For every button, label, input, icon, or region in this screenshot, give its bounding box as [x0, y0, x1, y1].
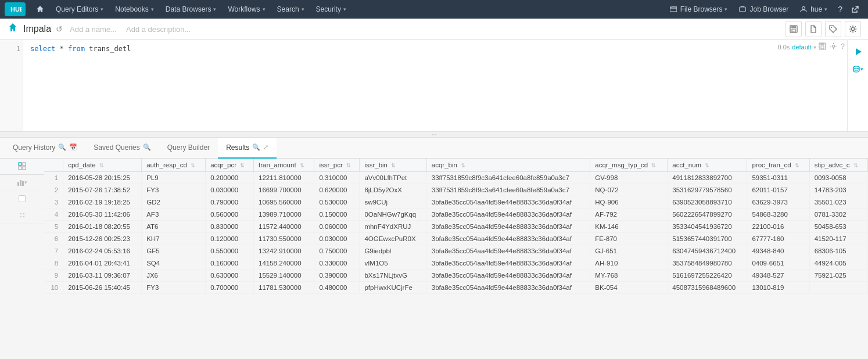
nav-workflows[interactable]: Workflows ▾: [222, 0, 271, 19]
line-number: 1: [5, 45, 20, 53]
nav-home[interactable]: [30, 0, 50, 19]
col-header-acct_num[interactable]: acct_num ⇅: [668, 159, 747, 172]
cell-proc_tran_cd: 67777-160: [747, 232, 809, 245]
nav-file-browsers-chevron: ▾: [724, 6, 727, 12]
svg-point-4: [802, 7, 805, 10]
row-ctrl-checkbox[interactable]: [0, 191, 44, 207]
cell-cpd_date: 2015-06-26 15:40:45: [63, 281, 142, 293]
tab-query-history[interactable]: Query History 🔍 📅: [5, 138, 85, 159]
select-all-checkbox[interactable]: [19, 195, 26, 202]
cell-acqr_msg_typ_cd: MY-768: [590, 269, 668, 281]
row-controls-header: [0, 159, 44, 175]
cell-acqr_bin: 3bfa8e35cc054aa4fd59e44e88833c36da0f34af: [426, 281, 590, 293]
query-db[interactable]: default: [792, 44, 811, 51]
app-logo[interactable]: HUE: [5, 2, 26, 16]
save-button[interactable]: [785, 21, 802, 37]
cell-acqr_bin: 33ff7531859c8f9c3a641cfee60a8fe859a0a3c7: [426, 184, 590, 196]
cell-issr_pcr: 0.150000: [314, 208, 360, 220]
settings-button[interactable]: [845, 21, 861, 37]
col-header-issr_bin[interactable]: issr_bin ⇅: [360, 159, 426, 172]
cell-stip_advc_c: 75921-025: [809, 269, 867, 281]
cell-acqr_msg_typ_cd: NQ-072: [590, 184, 668, 196]
col-header-stip_advc_c[interactable]: stip_advc_c ⇅: [809, 159, 867, 172]
name-field[interactable]: Add a name...: [70, 25, 117, 34]
nav-data-browsers[interactable]: Data Browsers ▾: [160, 0, 223, 19]
editor-help-icon[interactable]: ?: [841, 42, 845, 52]
cell-stip_advc_c: 44924-005: [809, 257, 867, 269]
table-row: 10 2015-06-26 15:40:45 FY3 0.700000 1178…: [44, 281, 868, 293]
cell-acqr_pcr: 0.630000: [206, 269, 254, 281]
svg-rect-11: [820, 43, 824, 45]
cell-auth_resp_cd: GD2: [142, 196, 206, 208]
cell-tran_amount: 12211.810000: [254, 171, 314, 184]
keyword-from: from: [68, 45, 85, 53]
tab-saved-queries[interactable]: Saved Queries 🔍: [85, 138, 159, 159]
cell-tran_amount: 11781.530000: [254, 281, 314, 293]
new-file-button[interactable]: [805, 21, 822, 37]
cell-cpd_date: 2016-03-11 09:36:07: [63, 269, 142, 281]
cell-stip_advc_c: 41520-117: [809, 232, 867, 245]
nav-help-button[interactable]: ?: [833, 0, 847, 19]
cell-acct_num: 6390523058893710: [668, 196, 747, 208]
cell-rownum: 7: [44, 245, 63, 257]
nav-hue-chevron: ▾: [824, 6, 827, 12]
tab-results[interactable]: Results 🔍 ⤢: [218, 138, 277, 159]
tag-button[interactable]: [825, 21, 841, 37]
col-header-auth_resp_cd[interactable]: auth_resp_cd ⇅: [142, 159, 206, 172]
cell-tran_amount: 10695.560000: [254, 196, 314, 208]
col-header-cpd_date[interactable]: cpd_date ⇅: [63, 159, 142, 172]
col-header-acqr_msg_typ_cd[interactable]: acqr_msg_typ_cd ⇅: [590, 159, 668, 172]
tab-query-builder[interactable]: Query Builder: [159, 138, 218, 159]
nav-query-editors[interactable]: Query Editors ▾: [50, 0, 109, 19]
cell-tran_amount: 13242.910000: [254, 245, 314, 257]
table-scroll-area[interactable]: cpd_date ⇅ auth_resp_cd ⇅ acqr_pcr ⇅ tra…: [44, 159, 868, 294]
undo-button[interactable]: ↺: [56, 24, 63, 34]
cell-proc_tran_cd: 59351-0311: [747, 171, 809, 184]
cell-acqr_pcr: 0.830000: [206, 220, 254, 232]
cell-acqr_bin: 33ff7531859c8f9c3a641cfee60a8fe859a0a3c7: [426, 171, 590, 184]
cell-auth_resp_cd: SQ4: [142, 257, 206, 269]
nav-hue-user[interactable]: hue ▾: [794, 0, 833, 19]
cell-acqr_msg_typ_cd: GV-998: [590, 171, 668, 184]
table-row: 7 2016-02-24 05:53:16 GF5 0.550000 13242…: [44, 245, 868, 257]
cell-acct_num: 3531629779578560: [668, 184, 747, 196]
db-selector-button[interactable]: ▾: [852, 64, 865, 74]
svg-rect-6: [791, 26, 796, 28]
nav-security[interactable]: Security ▾: [310, 0, 352, 19]
desc-field[interactable]: Add a description...: [126, 25, 191, 34]
col-header-tran_amount[interactable]: tran_amount ⇅: [254, 159, 314, 172]
toolbar-right: [785, 21, 861, 37]
nav-job-browser[interactable]: Job Browser: [733, 0, 794, 19]
row-ctrl-drag[interactable]: [0, 207, 44, 224]
nav-notebooks[interactable]: Notebooks ▾: [109, 0, 159, 19]
run-button[interactable]: [852, 46, 864, 60]
cell-proc_tran_cd: 54868-3280: [747, 208, 809, 220]
cell-acqr_pcr: 0.550000: [206, 245, 254, 257]
cell-stip_advc_c: 68306-105: [809, 245, 867, 257]
results-table-container[interactable]: ▾ cpd_date ⇅ auth_resp_cd ⇅: [0, 159, 868, 336]
nav-search[interactable]: Search ▾: [271, 0, 310, 19]
col-header-issr_pcr[interactable]: issr_pcr ⇅: [314, 159, 360, 172]
nav-file-browsers[interactable]: File Browsers ▾: [664, 0, 734, 19]
tab-results-label: Results: [226, 143, 249, 152]
tab-results-search-icon: 🔍: [252, 143, 260, 151]
tab-saved-queries-label: Saved Queries: [94, 143, 139, 152]
cell-acqr_msg_typ_cd: GJ-651: [590, 245, 668, 257]
grid-view-button[interactable]: [16, 160, 28, 173]
nav-external-button[interactable]: [847, 0, 863, 19]
col-header-proc_tran_cd[interactable]: proc_tran_cd ⇅: [747, 159, 809, 172]
editor-content[interactable]: select * from trans_detl: [23, 40, 847, 131]
cell-auth_resp_cd: GF5: [142, 245, 206, 257]
svg-point-8: [831, 27, 832, 28]
col-header-acqr_bin[interactable]: acqr_bin ⇅: [426, 159, 590, 172]
editor-save-icon[interactable]: [819, 42, 826, 52]
col-header-acqr_pcr[interactable]: acqr_pcr ⇅: [206, 159, 254, 172]
editor-settings-icon[interactable]: [830, 42, 837, 52]
row-ctrl-chart-button[interactable]: ▾: [0, 175, 44, 191]
svg-rect-18: [19, 167, 21, 170]
collapse-handle[interactable]: ···: [0, 132, 868, 138]
svg-rect-21: [20, 180, 21, 186]
cell-acqr_pcr: 0.790000: [206, 196, 254, 208]
svg-point-26: [23, 216, 24, 217]
svg-rect-20: [17, 182, 19, 186]
